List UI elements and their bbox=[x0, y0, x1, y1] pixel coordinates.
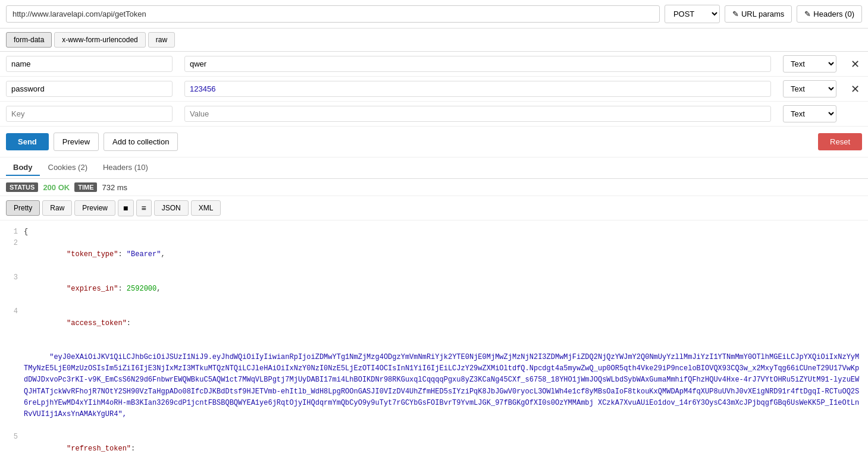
tab-body[interactable]: Body bbox=[6, 160, 40, 176]
param-key-1[interactable] bbox=[6, 56, 173, 72]
params-table: Text File ✕ Text File ✕ bbox=[0, 52, 868, 127]
url-params-button[interactable]: ✎ URL params bbox=[725, 5, 792, 23]
add-to-collection-button[interactable]: Add to collection bbox=[104, 133, 178, 151]
code-line-4: 4 "access_token": bbox=[6, 306, 862, 341]
url-input[interactable] bbox=[6, 5, 660, 23]
response-tabs: Body Cookies (2) Headers (10) bbox=[0, 157, 868, 179]
url-params-icon: ✎ bbox=[732, 10, 739, 18]
param-value-1[interactable] bbox=[184, 56, 771, 72]
send-button[interactable]: Send bbox=[6, 133, 49, 150]
url-bar: POST GET PUT DELETE ✎ URL params ✎ Heade… bbox=[0, 0, 868, 29]
expand-icon[interactable]: ≡ bbox=[136, 200, 152, 216]
code-line-3: 3 "expires_in": 2592000, bbox=[6, 272, 862, 307]
status-bar: STATUS 200 OK TIME 732 ms bbox=[0, 179, 868, 196]
status-value: 200 OK bbox=[43, 183, 70, 192]
status-label: STATUS bbox=[6, 182, 38, 192]
format-xml[interactable]: XML bbox=[191, 200, 221, 216]
format-json[interactable]: JSON bbox=[154, 200, 189, 216]
time-value: 732 ms bbox=[102, 183, 127, 192]
reset-button[interactable]: Reset bbox=[818, 133, 862, 150]
param-row-2: Text File ✕ bbox=[0, 77, 868, 102]
param-type-2[interactable]: Text File bbox=[783, 80, 836, 97]
tab-urlencoded[interactable]: x-www-form-urlencoded bbox=[54, 32, 145, 48]
response-body: 1 { 2 "token_type": "Bearer", 3 "expires… bbox=[0, 220, 868, 460]
format-preview[interactable]: Preview bbox=[74, 200, 115, 216]
delete-param-2[interactable]: ✕ bbox=[848, 83, 862, 96]
code-line-2: 2 "token_type": "Bearer", bbox=[6, 238, 862, 272]
format-bar: Pretty Raw Preview ■ ≡ JSON XML bbox=[0, 196, 868, 220]
format-raw[interactable]: Raw bbox=[42, 200, 72, 216]
param-row-1: Text File ✕ bbox=[0, 52, 868, 77]
tab-form-data[interactable]: form-data bbox=[6, 32, 52, 48]
param-row-empty: Text File bbox=[0, 102, 868, 127]
param-value-2[interactable] bbox=[184, 81, 771, 97]
param-type-new[interactable]: Text File bbox=[783, 105, 836, 122]
code-line-5a: "eyJ0eXAiOiJKV1QiLCJhbGciOiJSUzI1NiJ9.ey… bbox=[6, 341, 862, 432]
param-key-2[interactable] bbox=[6, 81, 173, 97]
tab-cookies[interactable]: Cookies (2) bbox=[41, 160, 95, 176]
preview-button[interactable]: Preview bbox=[54, 133, 99, 151]
code-line-5b: 5 "refresh_token": bbox=[6, 431, 862, 460]
time-label: TIME bbox=[74, 182, 97, 192]
copy-icon[interactable]: ■ bbox=[118, 200, 133, 216]
tab-headers[interactable]: Headers (10) bbox=[96, 160, 155, 176]
headers-icon: ✎ bbox=[804, 10, 811, 18]
format-pretty[interactable]: Pretty bbox=[6, 200, 40, 216]
tab-raw[interactable]: raw bbox=[148, 32, 175, 48]
method-select[interactable]: POST GET PUT DELETE bbox=[665, 5, 720, 23]
action-bar: Send Preview Add to collection Reset bbox=[0, 127, 868, 157]
headers-button[interactable]: ✎ Headers (0) bbox=[797, 5, 862, 23]
param-key-new[interactable] bbox=[6, 106, 173, 122]
param-value-new[interactable] bbox=[184, 106, 771, 122]
body-type-tabs: form-data x-www-form-urlencoded raw bbox=[0, 29, 868, 52]
delete-param-1[interactable]: ✕ bbox=[848, 58, 862, 71]
code-line-1: 1 { bbox=[6, 226, 862, 238]
param-type-1[interactable]: Text File bbox=[783, 55, 836, 73]
